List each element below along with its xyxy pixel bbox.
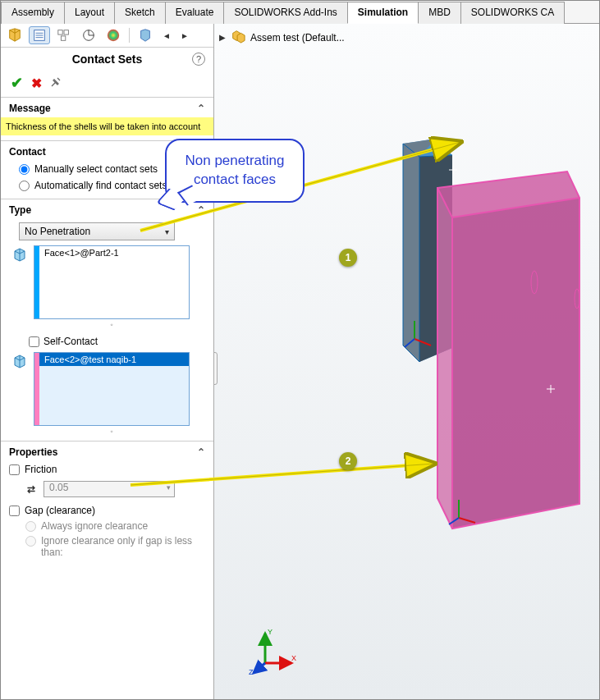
gap-opt-always[interactable]: Always ignore clearance (9, 519, 205, 533)
self-contact-label: Self-Contact (44, 336, 98, 347)
gap-opt-lessthan[interactable]: Ignore clearance only if gap is less tha… (9, 533, 205, 560)
svg-rect-4 (58, 30, 62, 34)
section-message-label: Message (9, 103, 51, 114)
svg-point-10 (108, 30, 119, 41)
svg-rect-6 (61, 36, 65, 40)
pm-tab-dim-icon[interactable] (78, 26, 99, 44)
graphics-viewport[interactable]: ▶ Assem test (Default... (214, 24, 599, 699)
face-set-1-item[interactable]: Face<1>@Part2-1 (34, 246, 189, 259)
tab-evaluate[interactable]: Evaluate (165, 2, 225, 24)
property-manager: ◄ ► Contact Sets ? ✔ ✖ Message ⌃ Thickne… (1, 24, 214, 699)
contact-type-dropdown[interactable]: No Penetration ▾ (19, 222, 175, 240)
radio-auto-input[interactable] (19, 181, 30, 191)
help-icon[interactable]: ? (192, 53, 205, 66)
radio-auto-label: Automatically find contact sets (34, 180, 167, 191)
svg-rect-5 (64, 30, 68, 34)
gap-opt-always-label: Always ignore clearance (41, 520, 148, 532)
self-contact-checkbox[interactable]: Self-Contact (9, 329, 205, 352)
gap-opt-lessthan-label: Ignore clearance only if gap is less tha… (41, 535, 205, 558)
pm-tab-appearance-icon[interactable] (103, 26, 124, 44)
cancel-button[interactable]: ✖ (31, 75, 42, 91)
tab-simulation[interactable]: Simulation (347, 2, 419, 24)
pm-toolbar: ◄ ► (1, 24, 213, 48)
tab-sketch[interactable]: Sketch (114, 2, 166, 24)
svg-line-25 (254, 663, 265, 673)
pm-tab-property-manager-icon[interactable] (29, 26, 50, 44)
split-handle[interactable] (214, 352, 218, 385)
orientation-triad[interactable]: Y X Z (247, 627, 296, 676)
pm-tab-scroll-right-icon[interactable]: ► (177, 31, 192, 40)
gap-label: Gap (clearance) (25, 505, 95, 516)
chevron-down-icon: ▾ (167, 483, 171, 492)
chevron-down-icon: ▾ (165, 227, 169, 236)
breadcrumb-expand-icon[interactable]: ▶ (219, 33, 226, 42)
section-type-label: Type (9, 204, 31, 216)
message-body: Thickness of the shells will be taken in… (1, 117, 213, 135)
panel-title: Contact Sets (72, 53, 143, 66)
face-set-2-list[interactable]: Face<2>@test naqib-1 (34, 352, 190, 426)
ok-button[interactable]: ✔ (11, 74, 23, 92)
annotation-callout: Non penetrating contact faces (165, 139, 305, 203)
resize-handle-icon[interactable]: ◦ (34, 427, 190, 436)
breadcrumb: ▶ Assem test (Default... (219, 29, 345, 46)
face-set-1-icon (11, 245, 29, 263)
pin-icon[interactable] (50, 76, 62, 90)
svg-text:Y: Y (268, 628, 273, 636)
tab-layout[interactable]: Layout (64, 2, 115, 24)
annotation-badge-2: 2 (339, 452, 357, 470)
annotation-badge-1: 1 (339, 249, 357, 267)
annotation-callout-text: Non penetrating contact faces (185, 153, 285, 187)
svg-text:X: X (291, 654, 296, 662)
face-set-2-icon (11, 352, 29, 370)
friction-input-checkbox[interactable] (9, 464, 20, 475)
assembly-icon (231, 29, 245, 46)
tab-swcam[interactable]: SOLIDWORKS CA (460, 2, 565, 24)
pm-tab-feature-tree-icon[interactable] (4, 26, 25, 44)
gap-opt-always-radio (25, 521, 36, 532)
friction-coef-icon: ⇄ (24, 483, 39, 496)
friction-label: Friction (25, 464, 57, 475)
self-contact-input[interactable] (29, 336, 39, 347)
pm-tab-config-icon[interactable] (53, 26, 75, 44)
collapse-icon[interactable]: ⌃ (197, 103, 205, 114)
svg-text:Z: Z (249, 668, 254, 676)
friction-value-text: 0.05 (49, 482, 68, 493)
tab-addins[interactable]: SOLIDWORKS Add-Ins (223, 2, 347, 24)
pm-tab-extra-icon[interactable] (135, 26, 156, 44)
contact-type-value: No Penetration (25, 226, 90, 237)
pm-tab-scroll-left-icon[interactable]: ◄ (159, 31, 174, 40)
section-message: Message ⌃ Thickness of the shells will b… (1, 97, 213, 140)
section-contact-label: Contact (9, 146, 46, 158)
gap-opt-lessthan-radio (25, 536, 36, 547)
collapse-icon[interactable]: ⌃ (197, 204, 205, 216)
tab-mbd[interactable]: MBD (418, 2, 461, 24)
face-set-2-item[interactable]: Face<2>@test naqib-1 (34, 353, 189, 366)
gap-input-checkbox[interactable] (9, 506, 20, 516)
friction-checkbox[interactable]: Friction (9, 461, 205, 478)
tab-assembly[interactable]: Assembly (1, 2, 65, 24)
collapse-icon[interactable]: ⌃ (197, 446, 205, 458)
friction-value-field[interactable]: 0.05 ▾ (44, 481, 175, 497)
radio-manual-label: Manually select contact sets (34, 163, 158, 175)
section-type: Type ⌃ No Penetration ▾ Face<1>@Part2-1 … (1, 199, 213, 441)
section-properties-label: Properties (9, 446, 57, 458)
breadcrumb-text[interactable]: Assem test (Default... (250, 32, 345, 43)
gap-checkbox[interactable]: Gap (clearance) (9, 502, 205, 519)
model-3d-view[interactable] (362, 139, 584, 541)
ribbon-tabbar: Assembly Layout Sketch Evaluate SOLIDWOR… (1, 1, 599, 24)
radio-manual-input[interactable] (19, 164, 30, 175)
body-test-naqib[interactable] (437, 166, 579, 528)
pm-action-row: ✔ ✖ (1, 72, 213, 97)
face-set-1-list[interactable]: Face<1>@Part2-1 (34, 245, 190, 319)
resize-handle-icon[interactable]: ◦ (34, 320, 190, 329)
section-properties: Properties ⌃ Friction ⇄ 0.05 ▾ Gap (clea… (1, 441, 213, 565)
